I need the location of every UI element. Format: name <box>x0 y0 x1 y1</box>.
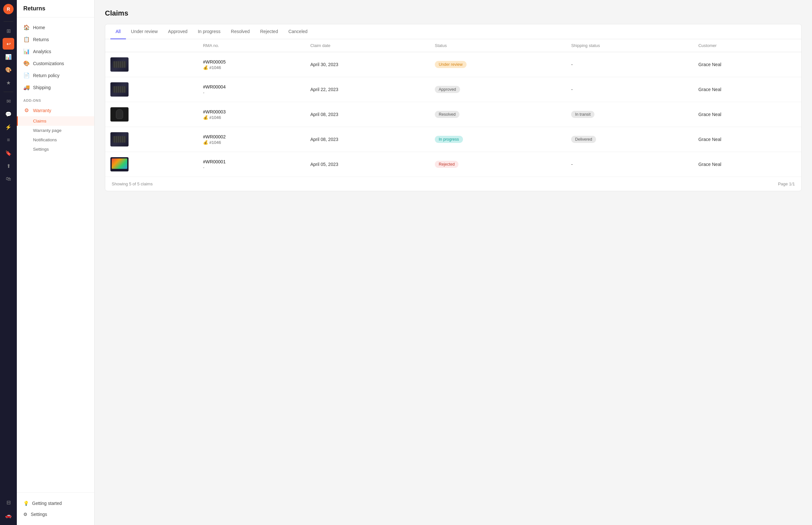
claims-container: All Under review Approved In progress Re… <box>105 24 802 191</box>
product-image-mouse <box>110 107 128 121</box>
row-status-cell: Approved <box>430 77 566 102</box>
order-ref: - <box>203 165 300 170</box>
chat-rail-icon[interactable]: 💬 <box>3 108 14 120</box>
row-date-cell: April 08, 2023 <box>305 102 430 127</box>
status-badge: Rejected <box>435 161 458 168</box>
showing-count: Showing 5 of 5 claims <box>112 181 153 186</box>
rma-number: #WR00004 <box>203 84 300 89</box>
sidebar-bottom: 💡 Getting started ⚙ Settings <box>17 492 94 525</box>
sidebar-item-analytics[interactable]: 📊 Analytics <box>17 45 94 57</box>
palette-rail-icon[interactable]: 🎨 <box>3 64 14 75</box>
sidebar-item-customizations[interactable]: 🎨 Customizations <box>17 57 94 69</box>
row-customer-cell: Grace Neal <box>693 127 801 152</box>
status-badge: In progress <box>435 136 463 143</box>
sidebar-subitem-notifications[interactable]: Notifications <box>17 135 94 145</box>
sidebar-item-home[interactable]: 🏠 Home <box>17 21 94 33</box>
settings-bottom-label: Settings <box>31 512 47 517</box>
tab-resolved[interactable]: Resolved <box>226 24 255 39</box>
sidebar-item-shipping[interactable]: 🚚 Shipping <box>17 81 94 93</box>
row-rma-cell: #WR00001 - <box>198 152 305 177</box>
warranty-sub-items: Claims Warranty page Notifications Setti… <box>17 116 94 154</box>
car-rail-icon[interactable]: 🚗 <box>3 509 14 521</box>
tab-all[interactable]: All <box>110 24 126 39</box>
sidebar-nav: 🏠 Home 📋 Returns 📊 Analytics 🎨 Customiza… <box>17 17 94 492</box>
claims-table: RMA no. Claim date Status Shipping statu… <box>105 39 801 177</box>
claims-table-container: RMA no. Claim date Status Shipping statu… <box>105 39 801 177</box>
analytics-icon: 📊 <box>23 48 30 55</box>
row-customer-cell: Grace Neal <box>693 52 801 77</box>
tab-rejected[interactable]: Rejected <box>255 24 283 39</box>
rail-divider-2 <box>3 92 13 92</box>
gift-rail-icon[interactable]: ★ <box>3 77 14 89</box>
tab-under-review[interactable]: Under review <box>126 24 163 39</box>
sidebar-item-shipping-label: Shipping <box>33 85 51 90</box>
sidebar-item-returns[interactable]: 📋 Returns <box>17 33 94 45</box>
row-image-cell <box>105 77 198 102</box>
home-icon: 🏠 <box>23 24 30 30</box>
col-customer: Customer <box>693 39 801 52</box>
sidebar-item-analytics-label: Analytics <box>33 49 51 54</box>
row-date-cell: April 05, 2023 <box>305 152 430 177</box>
row-shipping-cell: - <box>566 77 693 102</box>
table-row[interactable]: #WR00001 - April 05, 2023 Rejected - Gra… <box>105 152 801 177</box>
table-row[interactable]: #WR00005 💰 #1046 April 30, 2023 Under re… <box>105 52 801 77</box>
dashboard-rail-icon[interactable]: ⊞ <box>3 25 14 36</box>
chart-rail-icon[interactable]: 📊 <box>3 51 14 62</box>
shipping-badge: Delivered <box>571 136 596 143</box>
app-logo[interactable]: R <box>3 4 14 14</box>
tab-in-progress[interactable]: In progress <box>193 24 226 39</box>
rail-divider-1 <box>3 21 13 22</box>
return-policy-icon: 📄 <box>23 72 30 78</box>
table-row[interactable]: #WR00002 💰 #1046 April 08, 2023 In progr… <box>105 127 801 152</box>
upload-rail-icon[interactable]: ⬆ <box>3 160 14 172</box>
bag-rail-icon[interactable]: 🛍 <box>3 173 14 185</box>
sidebar-subitem-warranty-page[interactable]: Warranty page <box>17 126 94 135</box>
row-customer-cell: Grace Neal <box>693 77 801 102</box>
order-ref: 💰 #1046 <box>203 140 300 145</box>
tab-approved[interactable]: Approved <box>163 24 193 39</box>
row-image-cell <box>105 152 198 177</box>
lightning-rail-icon[interactable]: ⚡ <box>3 121 14 133</box>
table-row[interactable]: #WR00004 - April 22, 2023 Approved - Gra… <box>105 77 801 102</box>
money-icon: 💰 <box>203 140 208 145</box>
widgets-rail-icon[interactable]: ⊟ <box>3 496 14 508</box>
product-image-monitor <box>110 157 128 171</box>
sidebar-subitem-settings[interactable]: Settings <box>17 145 94 154</box>
shipping-icon: 🚚 <box>23 84 30 90</box>
sidebar: Returns 🏠 Home 📋 Returns 📊 Analytics 🎨 C… <box>17 0 95 525</box>
sidebar-subitem-claims[interactable]: Claims <box>17 116 94 126</box>
row-status-cell: Resolved <box>430 102 566 127</box>
col-shipping-status: Shipping status <box>566 39 693 52</box>
claims-tabs: All Under review Approved In progress Re… <box>105 24 801 39</box>
sidebar-item-settings[interactable]: ⚙ Settings <box>17 509 94 520</box>
money-icon: 💰 <box>203 65 208 70</box>
page-indicator: Page 1/1 <box>778 181 795 186</box>
tab-canceled[interactable]: Canceled <box>283 24 313 39</box>
sidebar-item-warranty[interactable]: ⚙ Warranty <box>17 104 94 116</box>
sidebar-item-return-policy[interactable]: 📄 Return policy <box>17 69 94 81</box>
mail-rail-icon[interactable]: ✉ <box>3 95 14 107</box>
row-date-cell: April 08, 2023 <box>305 127 430 152</box>
sidebar-item-return-policy-label: Return policy <box>33 73 60 78</box>
returns-rail-icon[interactable]: ↩ <box>3 38 14 49</box>
product-image-keyboard <box>110 82 128 96</box>
sidebar-item-warranty-label: Warranty <box>33 108 51 113</box>
status-badge: Resolved <box>435 111 459 118</box>
bookmark-rail-icon[interactable]: 🔖 <box>3 147 14 159</box>
row-rma-cell: #WR00005 💰 #1046 <box>198 52 305 77</box>
row-rma-cell: #WR00004 - <box>198 77 305 102</box>
sidebar-item-getting-started[interactable]: 💡 Getting started <box>17 498 94 509</box>
col-image <box>105 39 198 52</box>
row-customer-cell: Grace Neal <box>693 102 801 127</box>
sidebar-item-returns-label: Returns <box>33 37 49 42</box>
col-claim-date: Claim date <box>305 39 430 52</box>
table-row[interactable]: #WR00003 💰 #1046 April 08, 2023 Resolved <box>105 102 801 127</box>
rma-number: #WR00005 <box>203 59 300 64</box>
rma-number: #WR00001 <box>203 159 300 164</box>
list-rail-icon[interactable]: ≡ <box>3 134 14 146</box>
row-image-cell <box>105 127 198 152</box>
order-ref-text: #1046 <box>209 115 221 120</box>
icon-rail: R ⊞ ↩ 📊 🎨 ★ ✉ 💬 ⚡ ≡ 🔖 ⬆ 🛍 ⊟ 🚗 <box>0 0 17 525</box>
sidebar-title: Returns <box>17 0 94 17</box>
row-status-cell: In progress <box>430 127 566 152</box>
